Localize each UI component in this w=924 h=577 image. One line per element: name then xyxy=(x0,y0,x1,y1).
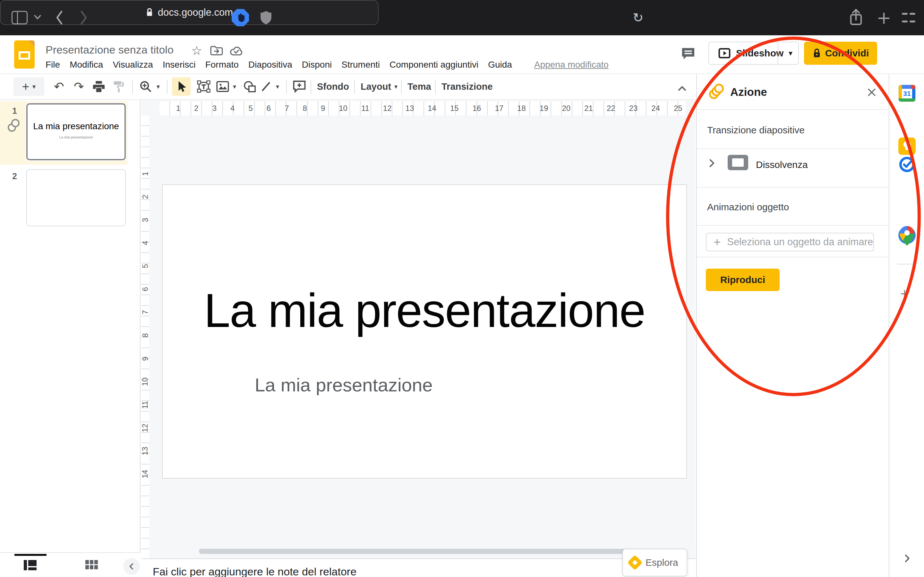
ruler-number: 3 xyxy=(141,218,150,222)
layout-button[interactable]: Layout ▾ xyxy=(360,77,397,96)
share-button[interactable]: Condividi xyxy=(804,42,877,65)
animations-section-label: Animazioni oggetto xyxy=(707,201,789,213)
play-button[interactable]: Riproduci xyxy=(706,269,780,291)
last-edited-link[interactable]: Appena modificato xyxy=(534,60,609,70)
ruler-number: 21 xyxy=(584,104,593,113)
close-panel-icon[interactable] xyxy=(866,87,877,98)
insert-image-icon[interactable] xyxy=(214,77,231,96)
grid-view-icon[interactable] xyxy=(86,560,98,570)
filmstrip-bottom-bar xyxy=(0,552,141,577)
tasks-icon[interactable] xyxy=(898,156,916,173)
transition-type-label[interactable]: Dissolvenza xyxy=(756,159,808,170)
sidebar-toggle-icon[interactable] xyxy=(11,11,27,24)
undo-icon[interactable]: ↶ xyxy=(51,77,67,96)
explore-icon xyxy=(627,555,643,570)
explore-button[interactable]: Esplora xyxy=(622,549,687,576)
dissolve-transition-icon[interactable] xyxy=(728,155,748,170)
menu-bar: FileModificaVisualizzaInserisciFormatoDi… xyxy=(45,60,512,70)
menu-item[interactable]: Modifica xyxy=(69,60,103,70)
slide-subtitle-text[interactable]: La mia presentazione xyxy=(255,374,433,396)
horizontal-scrollbar[interactable] xyxy=(199,549,677,554)
paint-format-icon[interactable] xyxy=(110,77,127,96)
slides-logo-icon[interactable] xyxy=(14,40,35,69)
forward-icon[interactable] xyxy=(79,10,89,25)
menu-item[interactable]: Diapositiva xyxy=(248,60,292,70)
slideshow-label: Slideshow xyxy=(736,48,783,59)
text-box-icon[interactable] xyxy=(195,77,212,96)
collapse-toolbar-icon[interactable] xyxy=(676,79,688,98)
slide-title-text[interactable]: La mia presentazione xyxy=(163,287,686,334)
line-tool-icon[interactable] xyxy=(258,77,273,96)
share-icon[interactable] xyxy=(848,8,864,27)
ruler-number: 6 xyxy=(141,287,150,292)
tab-overview-icon[interactable] xyxy=(901,11,916,25)
canvas-workspace: 1234567891011121314151617181920212223242… xyxy=(141,100,696,558)
expand-transition-icon[interactable] xyxy=(706,157,717,169)
select-object-button[interactable]: + Seleziona un oggetto da animare xyxy=(706,233,874,251)
ruler-number: 24 xyxy=(651,104,660,113)
ruler-number: 13 xyxy=(141,446,150,455)
add-comment-icon[interactable] xyxy=(291,77,308,96)
notes-placeholder[interactable]: Fai clic per aggiungere le note del rela… xyxy=(153,566,357,577)
image-caret-icon[interactable]: ▾ xyxy=(230,77,239,96)
back-icon[interactable] xyxy=(55,10,64,25)
expand-rail-icon[interactable] xyxy=(901,553,913,564)
slide-thumbnail-1[interactable]: La mia presentazione La mia presentazion… xyxy=(26,103,126,160)
share-label: Condividi xyxy=(825,48,869,59)
zoom-caret-icon[interactable]: ▾ xyxy=(153,77,163,96)
cloud-saved-icon[interactable] xyxy=(229,45,244,56)
slide-thumbnail-2[interactable] xyxy=(26,169,126,226)
ruler-number: 22 xyxy=(607,104,615,113)
slide-canvas[interactable]: La mia presentazione La mia presentazion… xyxy=(162,184,687,479)
ruler-number: 6 xyxy=(267,104,271,113)
new-slide-button[interactable]: + ▾ xyxy=(13,77,44,96)
keep-icon[interactable] xyxy=(898,137,916,155)
shield-icon[interactable] xyxy=(259,9,273,26)
ruler-number: 5 xyxy=(248,104,252,113)
collapse-filmstrip-button[interactable] xyxy=(123,558,140,575)
menu-item[interactable]: Visualizza xyxy=(113,60,153,70)
menu-item[interactable]: Strumenti xyxy=(341,60,380,70)
zoom-icon[interactable] xyxy=(137,77,154,96)
star-icon[interactable]: ☆ xyxy=(191,44,202,58)
ruler-number: 14 xyxy=(428,104,436,113)
menu-item[interactable]: Formato xyxy=(205,60,239,70)
filmstrip-view-icon[interactable] xyxy=(24,560,37,570)
comments-icon[interactable] xyxy=(681,47,696,61)
select-tool-icon[interactable] xyxy=(172,77,191,96)
side-rail: 31 + xyxy=(889,74,924,577)
shape-tool-icon[interactable] xyxy=(241,77,258,96)
menu-item[interactable]: Componenti aggiuntivi xyxy=(389,60,478,70)
thumb-title: La mia presentazione xyxy=(27,121,124,131)
move-folder-icon[interactable] xyxy=(210,45,223,56)
add-addon-icon[interactable]: + xyxy=(900,286,909,301)
ruler-number: 7 xyxy=(141,310,150,314)
theme-button[interactable]: Tema xyxy=(407,77,431,96)
maps-icon[interactable] xyxy=(900,226,917,243)
edit-toolbar: + ▾ ↶ ↷ ▾ ▾ ▾ xyxy=(0,74,696,100)
redo-icon[interactable]: ↷ xyxy=(71,77,87,96)
horizontal-ruler: 1234567891011121314151617181920212223242… xyxy=(160,101,686,115)
menu-item[interactable]: Inserisci xyxy=(163,60,196,70)
transition-button[interactable]: Transizione xyxy=(441,77,493,96)
slideshow-button[interactable]: Slideshow ▾ xyxy=(708,42,799,65)
rail-divider xyxy=(897,264,916,264)
calendar-icon[interactable]: 31 xyxy=(898,85,916,102)
ruler-number: 16 xyxy=(473,104,481,113)
select-object-placeholder: Seleziona un oggetto da animare xyxy=(727,236,873,248)
motion-icon xyxy=(709,84,726,100)
document-title[interactable]: Presentazione senza titolo xyxy=(45,44,174,56)
ruler-number: 4 xyxy=(141,241,150,245)
print-icon[interactable] xyxy=(90,77,107,96)
slide-number: 2 xyxy=(12,171,17,181)
ruler-number: 12 xyxy=(383,104,392,113)
line-caret-icon[interactable]: ▾ xyxy=(273,77,282,96)
refresh-icon[interactable]: ↻ xyxy=(633,10,644,25)
menu-item[interactable]: Guida xyxy=(488,60,512,70)
slideshow-dropdown-caret[interactable]: ▾ xyxy=(788,49,792,58)
new-tab-icon[interactable] xyxy=(877,11,891,26)
background-button[interactable]: Sfondo xyxy=(317,77,349,96)
menu-item[interactable]: Disponi xyxy=(302,60,332,70)
chevron-down-icon[interactable] xyxy=(33,14,42,21)
menu-item[interactable]: File xyxy=(45,60,60,70)
